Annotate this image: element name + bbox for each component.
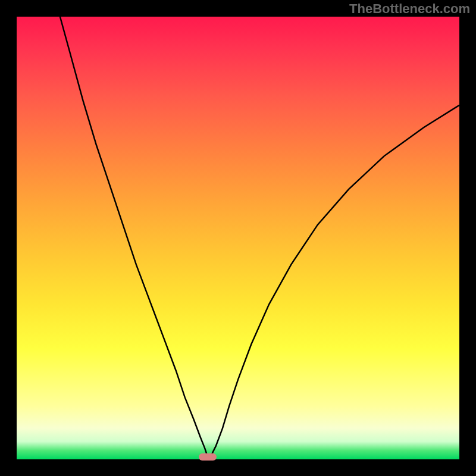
bottleneck-curve — [60, 17, 459, 458]
watermark-text: TheBottleneck.com — [349, 1, 470, 17]
optimal-marker — [199, 453, 217, 461]
chart-plot-area — [17, 17, 459, 459]
chart-svg — [17, 17, 459, 459]
